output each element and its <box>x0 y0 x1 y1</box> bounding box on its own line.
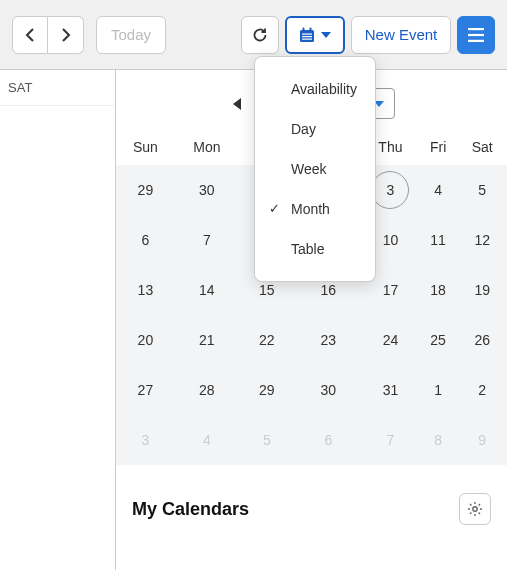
day-cell[interactable]: 3 <box>116 415 175 465</box>
day-cell[interactable]: 18 <box>419 265 458 315</box>
svg-rect-2 <box>302 36 312 37</box>
week-row: 3 4 5 6 7 8 9 <box>116 415 507 465</box>
hamburger-menu-button[interactable] <box>457 16 495 54</box>
day-cell[interactable]: 4 <box>175 415 239 465</box>
refresh-icon <box>252 27 268 43</box>
weekday: Sat <box>457 129 507 165</box>
svg-rect-5 <box>310 27 312 31</box>
day-cell[interactable]: 29 <box>239 365 295 415</box>
svg-rect-1 <box>302 33 312 34</box>
new-event-button[interactable]: New Event <box>351 16 451 54</box>
weekday: Sun <box>116 129 175 165</box>
day-cell[interactable]: 7 <box>362 415 419 465</box>
day-column-header: SAT <box>0 70 115 106</box>
prev-button[interactable] <box>12 16 48 54</box>
day-cell[interactable]: 1 <box>419 365 458 415</box>
week-row: 27 28 29 30 31 1 2 <box>116 365 507 415</box>
day-cell[interactable]: 12 <box>457 215 507 265</box>
toolbar: Today New Event <box>0 0 507 70</box>
day-cell[interactable]: 13 <box>116 265 175 315</box>
day-cell[interactable]: 25 <box>419 315 458 365</box>
svg-point-9 <box>473 507 477 511</box>
day-cell[interactable]: 8 <box>419 415 458 465</box>
my-calendars-title: My Calendars <box>132 499 249 520</box>
day-cell[interactable]: 5 <box>239 415 295 465</box>
day-cell[interactable]: 23 <box>295 315 362 365</box>
weekday: Fri <box>419 129 458 165</box>
menu-icon <box>468 28 484 42</box>
refresh-button[interactable] <box>241 16 279 54</box>
day-cell[interactable]: 31 <box>362 365 419 415</box>
gear-icon <box>467 501 483 517</box>
view-option-month[interactable]: Month <box>255 189 375 229</box>
day-cell[interactable]: 27 <box>116 365 175 415</box>
view-select-button[interactable] <box>285 16 345 54</box>
caret-down-icon <box>321 32 331 38</box>
day-cell[interactable]: 29 <box>116 165 175 215</box>
day-cell[interactable]: 19 <box>457 265 507 315</box>
day-cell[interactable]: 7 <box>175 215 239 265</box>
view-option-availability[interactable]: Availability <box>255 69 375 109</box>
next-button[interactable] <box>48 16 84 54</box>
day-cell[interactable]: 21 <box>175 315 239 365</box>
left-column: SAT <box>0 70 116 570</box>
view-option-table[interactable]: Table <box>255 229 375 269</box>
calendar-icon <box>299 27 315 43</box>
view-dropdown: Availability Day Week Month Table <box>254 56 376 282</box>
day-cell[interactable]: 6 <box>295 415 362 465</box>
svg-rect-6 <box>468 28 484 30</box>
day-cell[interactable]: 11 <box>419 215 458 265</box>
day-cell[interactable]: 26 <box>457 315 507 365</box>
my-calendars-section: My Calendars <box>116 465 507 541</box>
day-cell[interactable]: 5 <box>457 165 507 215</box>
svg-rect-7 <box>468 33 484 35</box>
day-cell[interactable]: 6 <box>116 215 175 265</box>
calendar-settings-button[interactable] <box>459 493 491 525</box>
view-option-day[interactable]: Day <box>255 109 375 149</box>
day-cell[interactable]: 22 <box>239 315 295 365</box>
day-cell[interactable]: 24 <box>362 315 419 365</box>
day-cell[interactable]: 9 <box>457 415 507 465</box>
svg-rect-4 <box>303 27 305 31</box>
today-button[interactable]: Today <box>96 16 166 54</box>
day-cell[interactable]: 2 <box>457 365 507 415</box>
day-cell[interactable]: 20 <box>116 315 175 365</box>
svg-rect-8 <box>468 39 484 41</box>
weekday: Mon <box>175 129 239 165</box>
nav-buttons <box>12 16 84 54</box>
day-cell[interactable]: 30 <box>295 365 362 415</box>
week-row: 20 21 22 23 24 25 26 <box>116 315 507 365</box>
view-option-week[interactable]: Week <box>255 149 375 189</box>
day-cell[interactable]: 14 <box>175 265 239 315</box>
day-cell[interactable]: 28 <box>175 365 239 415</box>
svg-rect-3 <box>302 38 312 39</box>
prev-month-button[interactable] <box>228 94 248 114</box>
day-cell[interactable]: 30 <box>175 165 239 215</box>
day-cell[interactable]: 4 <box>419 165 458 215</box>
